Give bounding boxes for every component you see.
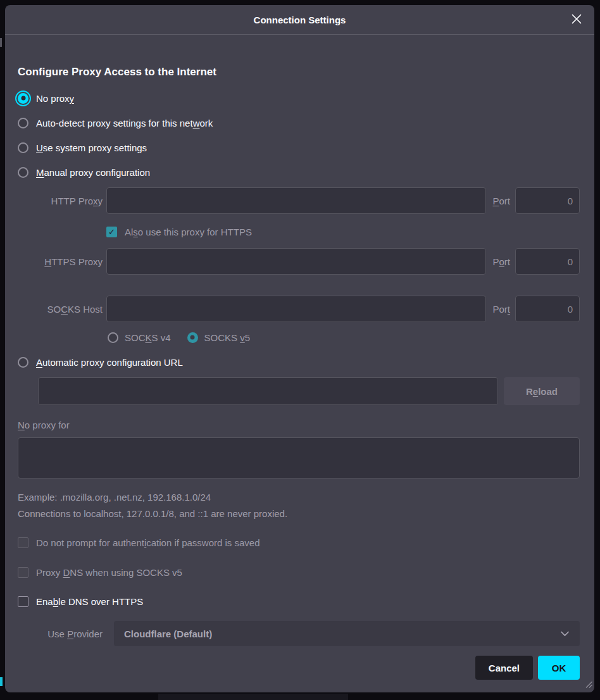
no-prompt-auth-row[interactable]: Do not prompt for authentication if pass… [18, 535, 580, 550]
https-port-input[interactable] [515, 248, 580, 275]
https-port-label: Port [492, 256, 510, 267]
radio-system-proxy[interactable] [18, 142, 28, 153]
radio-label-system-proxy: Use system proxy settings [36, 142, 147, 153]
http-port-label: Port [492, 196, 510, 206]
https-proxy-row: HTTPS Proxy Port [18, 248, 580, 275]
radio-row-system-proxy[interactable]: Use system proxy settings [18, 139, 580, 156]
radio-label-autoproxy-url: Automatic proxy configuration URL [36, 357, 183, 368]
doh-provider-row: Use Provider Cloudflare (Default) [18, 621, 580, 646]
no-proxy-example-text: Example: .mozilla.org, .net.nz, 192.168.… [18, 492, 580, 503]
socks-v5-item[interactable]: SOCKS v5 [187, 332, 251, 343]
radio-row-auto-detect[interactable]: Auto-detect proxy settings for this netw… [18, 114, 580, 132]
http-port-input[interactable] [515, 187, 580, 214]
http-proxy-input[interactable] [106, 187, 486, 214]
doh-provider-value: Cloudflare (Default) [124, 628, 212, 639]
no-prompt-auth-checkbox[interactable] [18, 537, 28, 548]
proxy-dns-socks5-row[interactable]: Proxy DNS when using SOCKS v5 [18, 565, 580, 580]
chevron-down-icon [560, 631, 570, 637]
https-proxy-label: HTTPS Proxy [18, 256, 103, 267]
background-gray-fragment [0, 38, 2, 47]
http-proxy-label: HTTP Proxy [18, 196, 103, 206]
enable-doh-label: Enable DNS over HTTPS [36, 596, 143, 607]
background-accent-fragment [0, 677, 3, 686]
no-proxy-for-textarea[interactable] [18, 437, 580, 478]
socks-host-row: SOCKS Host Port [18, 296, 580, 322]
enable-doh-checkbox[interactable] [18, 596, 28, 607]
socks-port-label: Port [492, 304, 510, 315]
radio-row-manual-proxy[interactable]: Manual proxy configuration [18, 163, 580, 181]
radio-auto-detect[interactable] [18, 118, 28, 128]
proxy-dns-socks5-checkbox[interactable] [18, 567, 28, 578]
socks-host-input[interactable] [106, 296, 486, 322]
socks-v4-item[interactable]: SOCKS v4 [108, 332, 171, 343]
socks-v5-label: SOCKS v5 [204, 332, 251, 343]
socks-v4-label: SOCKS v4 [125, 332, 171, 343]
radio-manual-proxy[interactable] [18, 167, 28, 178]
close-icon [571, 13, 582, 27]
radio-socks-v5[interactable] [187, 332, 198, 343]
radio-row-autoproxy-url[interactable]: Automatic proxy configuration URL [18, 353, 580, 371]
doh-provider-dropdown[interactable]: Cloudflare (Default) [114, 621, 580, 646]
proxy-dns-socks5-label: Proxy DNS when using SOCKS v5 [36, 567, 182, 578]
socks-port-input[interactable] [515, 296, 580, 322]
ok-button[interactable]: OK [538, 656, 580, 680]
cancel-button[interactable]: Cancel [475, 656, 533, 680]
radio-label-no-proxy: No proxy [36, 93, 74, 104]
dialog-footer: Cancel OK [18, 656, 580, 680]
also-https-row[interactable]: ✓ Also use this proxy for HTTPS [106, 224, 580, 239]
close-button[interactable] [568, 11, 585, 28]
autoproxy-url-row: Reload [38, 377, 580, 405]
socks-host-label: SOCKS Host [18, 304, 103, 315]
radio-no-proxy[interactable] [18, 93, 28, 104]
dialog-title: Connection Settings [254, 15, 346, 25]
radio-row-no-proxy[interactable]: No proxy [18, 89, 580, 107]
radio-label-auto-detect: Auto-detect proxy settings for this netw… [36, 118, 213, 128]
connection-settings-dialog: Connection Settings Configure Proxy Acce… [5, 5, 594, 692]
use-provider-label: Use Provider [18, 628, 103, 639]
http-proxy-row: HTTP Proxy Port [18, 187, 580, 214]
no-prompt-auth-label: Do not prompt for authentication if pass… [36, 537, 260, 548]
radio-socks-v4[interactable] [108, 332, 118, 343]
localhost-note-text: Connections to localhost, 127.0.0.1/8, a… [18, 508, 580, 519]
dialog-content: Configure Proxy Access to the Internet N… [5, 35, 594, 692]
check-icon: ✓ [108, 228, 115, 236]
enable-doh-row[interactable]: Enable DNS over HTTPS [18, 594, 580, 609]
background-page-fragment [158, 694, 348, 700]
also-https-checkbox[interactable]: ✓ [106, 227, 117, 237]
radio-autoproxy-url[interactable] [18, 357, 28, 368]
socks-version-radiogroup: SOCKS v4 SOCKS v5 [108, 330, 580, 345]
autoproxy-url-input[interactable] [38, 377, 498, 405]
no-proxy-for-label: No proxy for [18, 420, 70, 430]
reload-button[interactable]: Reload [504, 377, 580, 405]
radio-label-manual-proxy: Manual proxy configuration [36, 167, 150, 178]
also-https-label: Also use this proxy for HTTPS [125, 227, 252, 237]
https-proxy-input[interactable] [106, 248, 486, 275]
resize-grippy[interactable] [584, 679, 592, 691]
dialog-titlebar: Connection Settings [5, 5, 594, 35]
proxy-mode-radiogroup: No proxy Auto-detect proxy settings for … [18, 89, 580, 181]
section-heading: Configure Proxy Access to the Internet [18, 66, 580, 78]
no-proxy-for-label-row: No proxy for [18, 418, 580, 432]
